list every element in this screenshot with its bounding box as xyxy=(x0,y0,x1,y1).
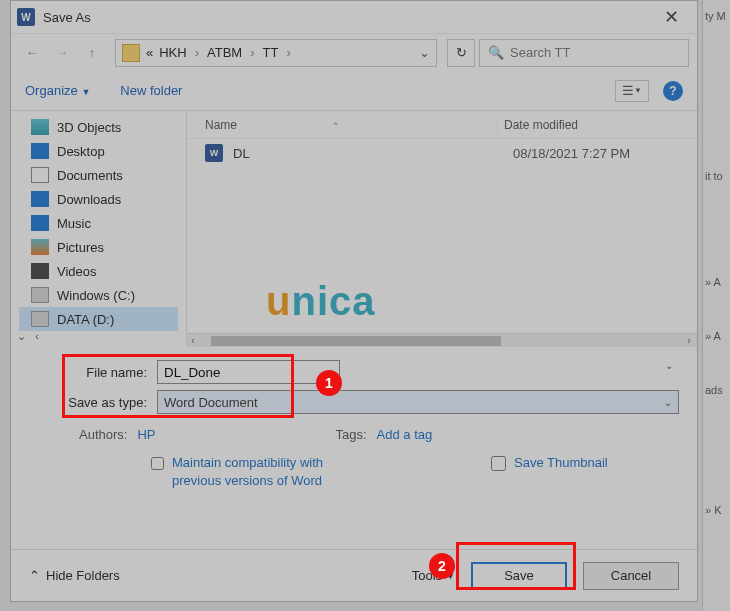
horizontal-scrollbar[interactable]: ‹ › xyxy=(187,333,697,347)
file-date: 08/18/2021 7:27 PM xyxy=(513,146,630,161)
tree-item-3d-objects[interactable]: 3D Objects xyxy=(31,115,178,139)
tree-item-drive-d[interactable]: DATA (D:) xyxy=(19,307,178,331)
word-app-icon: W xyxy=(17,8,35,26)
scrollbar-thumb[interactable] xyxy=(211,336,501,346)
close-button[interactable]: ✕ xyxy=(651,6,691,28)
tree-item-music[interactable]: Music xyxy=(31,211,178,235)
search-icon: 🔍 xyxy=(488,45,504,60)
cancel-button[interactable]: Cancel xyxy=(583,562,679,590)
thumbnail-checkbox-input[interactable] xyxy=(491,456,506,471)
authors-value[interactable]: HP xyxy=(137,427,155,442)
options-row: Maintain compatibility with previous ver… xyxy=(11,446,697,494)
hide-folders-toggle[interactable]: ⌃ Hide Folders xyxy=(29,568,120,583)
music-icon xyxy=(31,215,49,231)
savetype-select[interactable]: Word Document ⌄ xyxy=(157,390,679,414)
search-input[interactable]: 🔍 Search TT xyxy=(479,39,689,67)
tree-item-pictures[interactable]: Pictures xyxy=(31,235,178,259)
tree-item-videos[interactable]: Videos xyxy=(31,259,178,283)
organize-menu[interactable]: Organize ▼ xyxy=(25,83,90,98)
tree-expand-toggle[interactable]: ⌄ ‹ xyxy=(17,330,39,343)
search-placeholder: Search TT xyxy=(510,45,570,60)
annotation-badge-1: 1 xyxy=(316,370,342,396)
videos-icon xyxy=(31,263,49,279)
compat-checkbox[interactable]: Maintain compatibility with previous ver… xyxy=(151,454,341,490)
thumbnail-checkbox[interactable]: Save Thumbnail xyxy=(491,454,608,490)
metadata-row: Authors: HP Tags: Add a tag xyxy=(11,421,697,446)
dialog-footer: ⌃ Hide Folders Tools ▼ Save Cancel xyxy=(11,549,697,601)
refresh-button[interactable]: ↻ xyxy=(447,39,475,67)
compat-checkbox-input[interactable] xyxy=(151,456,164,471)
view-options-button[interactable]: ☰ ▼ xyxy=(615,80,649,102)
chevron-right-icon: › xyxy=(248,45,256,60)
tree-item-documents[interactable]: Documents xyxy=(31,163,178,187)
up-button[interactable]: ↑ xyxy=(79,40,105,66)
word-doc-icon: W xyxy=(205,144,223,162)
chevron-down-icon: ⌄ xyxy=(664,397,672,408)
column-date[interactable]: Date modified xyxy=(497,118,697,132)
crumb-hkh[interactable]: HKH xyxy=(159,45,186,60)
chevron-right-icon: › xyxy=(193,45,201,60)
downloads-icon xyxy=(31,191,49,207)
crumb-atbm[interactable]: ATBM xyxy=(207,45,242,60)
save-as-dialog: W Save As ✕ ← → ↑ « HKH › ATBM › TT › ⌄ … xyxy=(10,0,698,602)
background-page: ty M it to » A » A ads » K xyxy=(702,0,730,611)
desktop-icon xyxy=(31,143,49,159)
sort-indicator-icon: ⌃ xyxy=(332,121,340,131)
file-row[interactable]: W DL 08/18/2021 7:27 PM xyxy=(187,139,697,167)
scroll-left-icon[interactable]: ‹ xyxy=(187,335,199,346)
filename-label: File name: xyxy=(29,365,157,380)
chevron-up-icon: ⌃ xyxy=(29,568,40,583)
toolbar: Organize ▼ New folder ☰ ▼ ? xyxy=(11,71,697,111)
drive-icon xyxy=(31,287,49,303)
tree-item-drive-c[interactable]: Windows (C:) xyxy=(31,283,178,307)
titlebar: W Save As ✕ xyxy=(11,1,697,33)
tags-label: Tags: xyxy=(335,427,366,442)
scroll-right-icon[interactable]: › xyxy=(683,335,695,346)
tree-item-downloads[interactable]: Downloads xyxy=(31,187,178,211)
crumb-tt[interactable]: TT xyxy=(263,45,279,60)
chevron-down-icon[interactable]: ⌄ xyxy=(665,360,673,371)
chevron-down-icon[interactable]: ⌄ xyxy=(419,45,430,60)
column-name[interactable]: Name⌃ xyxy=(187,118,497,132)
chevron-down-icon: ▼ xyxy=(81,87,90,97)
savetype-label: Save as type: xyxy=(29,395,157,410)
save-form: File name: ⌄ Save as type: Word Document… xyxy=(11,347,697,421)
annotation-badge-2: 2 xyxy=(429,553,455,579)
filename-input[interactable] xyxy=(157,360,340,384)
nav-row: ← → ↑ « HKH › ATBM › TT › ⌄ ↻ 🔍 Search T… xyxy=(11,33,697,71)
back-button[interactable]: ← xyxy=(19,40,45,66)
help-button[interactable]: ? xyxy=(663,81,683,101)
3d-objects-icon xyxy=(31,119,49,135)
save-button[interactable]: Save xyxy=(471,562,567,590)
drive-icon xyxy=(31,311,49,327)
new-folder-button[interactable]: New folder xyxy=(120,83,182,98)
file-name: DL xyxy=(233,146,513,161)
folder-icon xyxy=(122,44,140,62)
breadcrumb-bar[interactable]: « HKH › ATBM › TT › ⌄ xyxy=(115,39,437,67)
documents-icon xyxy=(31,167,49,183)
authors-label: Authors: xyxy=(79,427,127,442)
dialog-title: Save As xyxy=(43,10,651,25)
file-list: Name⌃ Date modified W DL 08/18/2021 7:27… xyxy=(187,111,697,347)
forward-button[interactable]: → xyxy=(49,40,75,66)
tree-item-desktop[interactable]: Desktop xyxy=(31,139,178,163)
folder-tree: 3D Objects Desktop Documents Downloads M… xyxy=(11,111,187,347)
column-headers: Name⌃ Date modified xyxy=(187,111,697,139)
tags-value[interactable]: Add a tag xyxy=(377,427,433,442)
pictures-icon xyxy=(31,239,49,255)
chevron-right-icon: › xyxy=(284,45,292,60)
